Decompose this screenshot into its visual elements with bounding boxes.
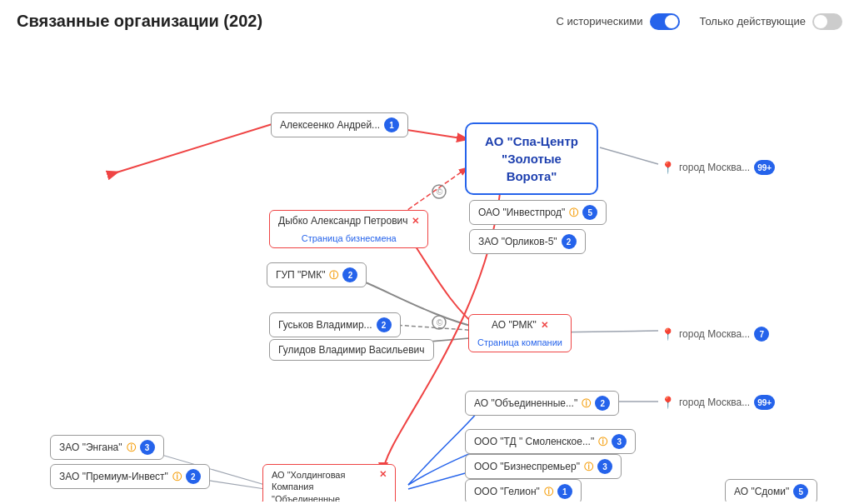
- zao-premium-box[interactable]: ЗАО "Премиум-Инвест" ⓘ 2: [50, 464, 210, 489]
- node-zao-engana[interactable]: ЗАО "Энгана" ⓘ 3: [50, 435, 164, 460]
- dybko-label: Дыбко Александр Петрович: [278, 215, 407, 227]
- node-ooo-td-smolenskoe[interactable]: ООО "ТД " Смоленское..." ⓘ 3: [465, 429, 636, 454]
- ao-sdomi-label: АО "Сдоми": [734, 486, 789, 497]
- node-zao-premium[interactable]: ЗАО "Премиум-Инвест" ⓘ 2: [50, 464, 210, 489]
- ao-holding-box[interactable]: АО "Холдинговая Компания "Объединенные К…: [262, 464, 396, 502]
- alekseenko-badge: 1: [384, 117, 399, 132]
- toggle-historical-label: С историческими: [557, 15, 643, 27]
- node-main-company[interactable]: АО "Спа-Центр "Золотые Ворота": [465, 122, 598, 195]
- main-company-box[interactable]: АО "Спа-Центр "Золотые Ворота": [465, 122, 598, 195]
- page-title: Связанные организации (202): [17, 12, 262, 31]
- location-pin2-icon: 📍: [661, 327, 675, 341]
- guskov-badge: 2: [377, 317, 392, 332]
- node-ooo-gelikon[interactable]: ООО "Гелион" ⓘ 1: [465, 479, 582, 502]
- zao-premium-label: ЗАО "Премиум-Инвест": [59, 471, 168, 482]
- ao-rmk-label: АО "РМК": [492, 319, 537, 331]
- alekseenko-box[interactable]: Алексеенко Андрей... 1: [271, 112, 408, 137]
- svg-point-7: [432, 316, 446, 329]
- location-moskva2-label: город Москва...: [679, 328, 750, 340]
- dybko-close-icon[interactable]: ✕: [412, 216, 419, 227]
- node-gup-rmk[interactable]: ГУП "РМК" ⓘ 2: [267, 262, 367, 287]
- node-zao-orlikov[interactable]: ЗАО "Орликов-5" 2: [469, 229, 586, 254]
- ooo-biznespr-label: ООО "Бизнеспремьер": [474, 461, 580, 472]
- node-ao-sdomi[interactable]: АО "Сдоми" 5: [725, 479, 817, 502]
- location-moskva1-label: город Москва...: [679, 162, 750, 173]
- main-company-label: АО "Спа-Центр "Золотые Ворота": [478, 132, 585, 185]
- ooo-biznespr-info-icon: ⓘ: [584, 461, 593, 473]
- node-location-moskva1[interactable]: 📍 город Москва... 99+: [661, 160, 775, 175]
- ao-rmk-box[interactable]: АО "РМК" ✕ Страница компании: [468, 314, 572, 352]
- dybko-businesspage-link[interactable]: Страница бизнесмена: [302, 233, 397, 243]
- node-ooo-biznespr[interactable]: ООО "Бизнеспремьер" ⓘ 3: [465, 454, 622, 479]
- toggle-group-historical: С историческими: [557, 13, 680, 30]
- location-moskva3-label: город Москва...: [679, 397, 750, 408]
- dybko-box[interactable]: Дыбко Александр Петрович ✕ Страница бизн…: [269, 210, 428, 248]
- ooo-td-smolenskoe-box[interactable]: ООО "ТД " Смоленское..." ⓘ 3: [465, 429, 636, 454]
- ooo-td-info-icon: ⓘ: [598, 436, 607, 448]
- investprod-label: ОАО "Инвестпрод": [478, 207, 565, 218]
- node-oao-investprod[interactable]: ОАО "Инвестпрод" ⓘ 5: [469, 200, 607, 225]
- zao-orlikov-label: ЗАО "Орликов-5": [478, 236, 557, 247]
- toggle-active-switch[interactable]: [812, 13, 842, 30]
- gup-rmk-label: ГУП "РМК": [276, 269, 325, 281]
- node-guskov[interactable]: Гуськов Владимир... 2: [269, 312, 401, 337]
- gulidov-label: Гулидов Владимир Васильевич: [278, 344, 425, 356]
- ooo-biznespr-badge: 3: [597, 459, 612, 474]
- location-moskva2-badge: 7: [754, 327, 769, 342]
- toggle-group-active: Только действующие: [700, 13, 843, 30]
- svg-point-5: [432, 185, 446, 198]
- ao-obedinennye-badge: 2: [595, 396, 610, 411]
- diagram-area: © © АО "Спа-Центр "Золотые Ворота" 📍 гор…: [0, 39, 859, 502]
- investprod-box[interactable]: ОАО "Инвестпрод" ⓘ 5: [469, 200, 607, 225]
- gulidov-box[interactable]: Гулидов Владимир Васильевич: [269, 339, 434, 361]
- zao-engana-label: ЗАО "Энгана": [59, 442, 122, 453]
- connections-svg: © ©: [0, 39, 859, 502]
- ooo-gelikon-box[interactable]: ООО "Гелион" ⓘ 1: [465, 479, 582, 502]
- zao-orlikov-box[interactable]: ЗАО "Орликов-5" 2: [469, 229, 586, 254]
- node-ao-holding[interactable]: АО "Холдинговая Компания "Объединенные К…: [262, 464, 396, 502]
- svg-text:©: ©: [437, 318, 443, 327]
- zao-orlikov-badge: 2: [562, 234, 577, 249]
- location-moskva1-badge: 99+: [754, 160, 775, 175]
- location-moskva3-badge: 99+: [754, 395, 775, 410]
- ooo-gelikon-badge: 1: [557, 484, 572, 499]
- node-location-moskva3[interactable]: 📍 город Москва... 99+: [661, 395, 775, 410]
- page-header: Связанные организации (202) С историческ…: [0, 0, 859, 39]
- guskov-box[interactable]: Гуськов Владимир... 2: [269, 312, 401, 337]
- ooo-gelikon-label: ООО "Гелион": [474, 486, 540, 497]
- node-gulidov[interactable]: Гулидов Владимир Васильевич: [269, 339, 434, 361]
- zao-engana-info-icon: ⓘ: [127, 442, 136, 454]
- alekseenko-label: Алексеенко Андрей...: [280, 119, 380, 131]
- ao-rmk-company-link[interactable]: Страница компании: [477, 337, 562, 347]
- investprod-badge: 5: [582, 205, 597, 220]
- location-pin-icon: 📍: [661, 161, 675, 174]
- ooo-td-smolenskoe-label: ООО "ТД " Смоленское...": [474, 436, 594, 447]
- svg-line-0: [600, 147, 658, 164]
- ao-obedinennye-box[interactable]: АО "Объединенные..." ⓘ 2: [465, 391, 619, 416]
- node-dybko[interactable]: Дыбко Александр Петрович ✕ Страница бизн…: [269, 210, 428, 248]
- ooo-biznespr-box[interactable]: ООО "Бизнеспремьер" ⓘ 3: [465, 454, 622, 479]
- node-alekseenko[interactable]: Алексеенко Андрей... 1: [271, 112, 408, 137]
- zao-engana-box[interactable]: ЗАО "Энгана" ⓘ 3: [50, 435, 164, 460]
- node-ao-rmk[interactable]: АО "РМК" ✕ Страница компании: [468, 314, 572, 352]
- ao-obedinennye-info-icon: ⓘ: [582, 397, 591, 410]
- toggle-historical-switch[interactable]: [650, 13, 680, 30]
- gup-rmk-box[interactable]: ГУП "РМК" ⓘ 2: [267, 262, 367, 287]
- ao-holding-label: АО "Холдинговая Компания "Объединенные К…: [272, 469, 375, 502]
- location-pin3-icon: 📍: [661, 396, 675, 409]
- zao-engana-badge: 3: [140, 440, 155, 455]
- gup-rmk-badge: 2: [342, 267, 357, 282]
- ao-rmk-close-icon[interactable]: ✕: [541, 320, 548, 331]
- node-ao-obedinennye[interactable]: АО "Объединенные..." ⓘ 2: [465, 391, 619, 416]
- info-icon: ⓘ: [569, 207, 578, 219]
- ao-sdomi-badge: 5: [793, 484, 808, 499]
- gup-info-icon: ⓘ: [329, 269, 338, 282]
- toggles-area: С историческими Только действующие: [557, 13, 842, 30]
- ao-holding-close-icon[interactable]: ✕: [379, 469, 387, 480]
- ao-sdomi-box[interactable]: АО "Сдоми" 5: [725, 479, 817, 502]
- guskov-label: Гуськов Владимир...: [278, 319, 372, 331]
- svg-text:©: ©: [437, 187, 443, 197]
- ao-obedinennye-label: АО "Объединенные...": [474, 397, 577, 409]
- node-location-moskva2[interactable]: 📍 город Москва... 7: [661, 327, 769, 342]
- ooo-td-smolenskoe-badge: 3: [612, 434, 627, 449]
